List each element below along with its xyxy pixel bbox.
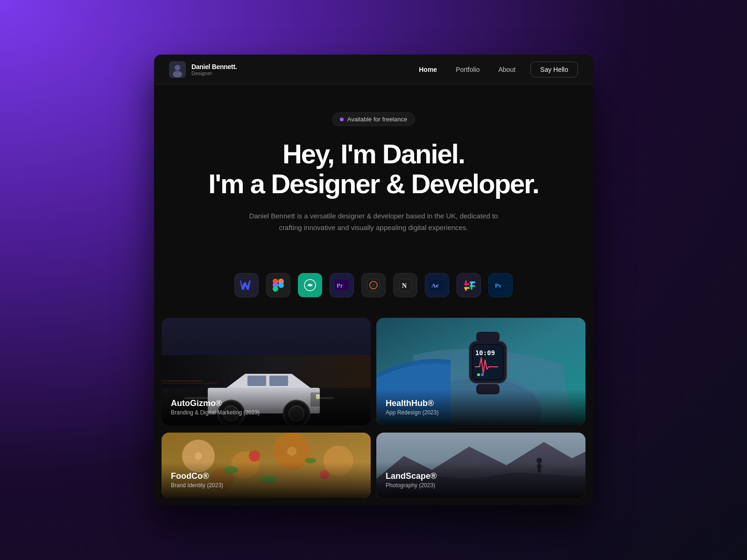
portfolio-grid-bottom: FoodCo® Brand Identity (2023) bbox=[154, 433, 593, 505]
available-badge: Available for freelance bbox=[332, 112, 415, 126]
svg-point-67 bbox=[249, 450, 260, 462]
svg-point-52 bbox=[477, 373, 480, 376]
nav-home[interactable]: Home bbox=[411, 62, 444, 77]
navbar: Daniel Bennett. Designer Home Portfolio … bbox=[154, 55, 593, 84]
card-overlay-healthhub: HealthHub® App Redesign (2023) bbox=[376, 389, 585, 425]
svg-point-62 bbox=[195, 452, 202, 460]
avatar bbox=[169, 61, 186, 78]
svg-point-7 bbox=[278, 282, 284, 288]
svg-rect-25 bbox=[470, 281, 475, 283]
portfolio-card-autogizmo[interactable]: AutoGizmo® Branding & Digital Marketing … bbox=[162, 318, 371, 425]
nav-links: Home Portfolio About Say Hello bbox=[411, 62, 578, 77]
card-title-healthhub: HealthHub® bbox=[386, 399, 576, 408]
slack-icon bbox=[457, 273, 481, 297]
portfolio-card-desert[interactable]: LandScape® Photography (2023) bbox=[376, 433, 585, 498]
hero-title-line1: Hey, I'm Daniel. bbox=[282, 139, 465, 169]
card-overlay-food: FoodCo® Brand Identity (2023) bbox=[162, 462, 371, 498]
hero-section: Available for freelance Hey, I'm Daniel.… bbox=[154, 84, 593, 273]
brand-name: Daniel Bennett. bbox=[191, 63, 237, 70]
portfolio-card-healthhub[interactable]: 10:09 HealthHub® App Redesign (2023) bbox=[376, 318, 585, 425]
photoshop-icon: Ps bbox=[488, 273, 513, 297]
svg-rect-19 bbox=[464, 283, 470, 285]
card-overlay-desert: LandScape® Photography (2023) bbox=[376, 462, 585, 498]
card-title-autogizmo: AutoGizmo® bbox=[171, 399, 361, 408]
svg-rect-36 bbox=[269, 376, 288, 386]
brand-text: Daniel Bennett. Designer bbox=[191, 63, 237, 76]
card-subtitle-desert: Photography (2023) bbox=[386, 482, 576, 489]
svg-rect-23 bbox=[465, 287, 467, 291]
svg-text:Pr: Pr bbox=[337, 282, 343, 289]
card-subtitle-autogizmo: Branding & Digital Marketing (2023) bbox=[171, 409, 361, 416]
sketch-icon bbox=[361, 273, 386, 297]
figma-icon bbox=[266, 273, 290, 297]
badge-dot bbox=[340, 118, 344, 121]
aftereffects-icon: Ae bbox=[425, 273, 449, 297]
svg-point-63 bbox=[287, 447, 296, 456]
svg-point-1 bbox=[175, 65, 180, 70]
hero-description: Daniel Bennett is a versatile designer &… bbox=[243, 210, 504, 234]
card-title-desert: LandScape® bbox=[386, 471, 576, 481]
browser-window: Daniel Bennett. Designer Home Portfolio … bbox=[154, 55, 593, 505]
svg-rect-35 bbox=[247, 376, 266, 386]
nav-about[interactable]: About bbox=[491, 62, 523, 77]
webflow-icon bbox=[234, 273, 259, 297]
hero-title-line2: I'm a Designer & Developer. bbox=[208, 168, 539, 199]
premiere-icon: Pr bbox=[330, 273, 354, 297]
portfolio-card-food[interactable]: FoodCo® Brand Identity (2023) bbox=[162, 433, 371, 498]
svg-rect-6 bbox=[273, 286, 278, 292]
svg-text:Ae: Ae bbox=[431, 282, 438, 289]
svg-text:N: N bbox=[402, 282, 407, 289]
card-overlay-autogizmo: AutoGizmo® Branding & Digital Marketing … bbox=[162, 389, 371, 425]
notion-icon: N bbox=[393, 273, 417, 297]
svg-text:10:09: 10:09 bbox=[475, 349, 495, 357]
say-hello-button[interactable]: Say Hello bbox=[530, 62, 578, 77]
tools-row: Pr N Ae bbox=[154, 273, 593, 297]
card-subtitle-healthhub: App Redesign (2023) bbox=[386, 409, 576, 416]
brand-role: Designer bbox=[191, 70, 237, 76]
badge-label: Available for freelance bbox=[347, 116, 407, 123]
hero-title: Hey, I'm Daniel. I'm a Designer & Develo… bbox=[169, 139, 578, 199]
svg-rect-54 bbox=[476, 332, 500, 342]
nav-portfolio[interactable]: Portfolio bbox=[448, 62, 487, 77]
chatgpt-icon bbox=[298, 273, 322, 297]
svg-text:Ps: Ps bbox=[495, 282, 501, 289]
svg-point-2 bbox=[173, 71, 182, 77]
svg-rect-18 bbox=[465, 280, 467, 282]
card-title-food: FoodCo® bbox=[171, 471, 361, 481]
card-subtitle-food: Brand Identity (2023) bbox=[171, 482, 361, 489]
portfolio-grid: AutoGizmo® Branding & Digital Marketing … bbox=[154, 318, 593, 433]
svg-point-53 bbox=[481, 373, 484, 376]
brand[interactable]: Daniel Bennett. Designer bbox=[169, 61, 237, 78]
